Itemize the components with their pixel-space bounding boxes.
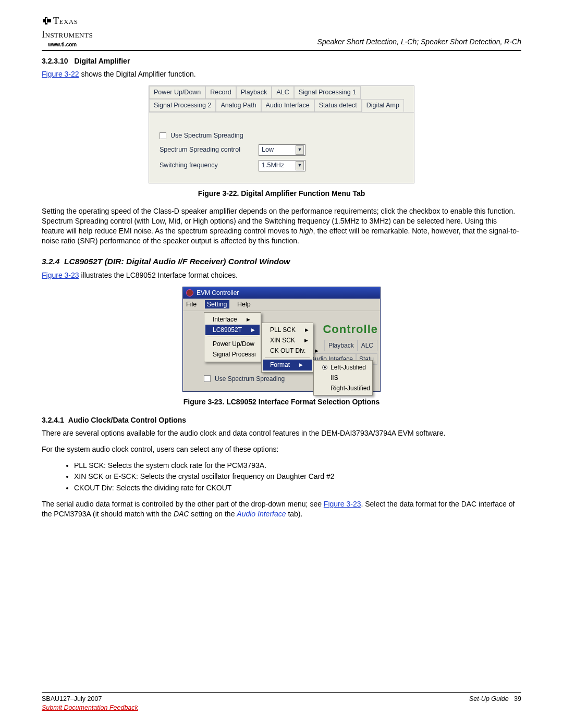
link-figure-3-23-b[interactable]: Figure 3-23 [324, 500, 361, 508]
tab-digital-amp[interactable]: Digital Amp [362, 99, 404, 112]
tab-record[interactable]: Record [205, 86, 236, 99]
guide-title: Set-Up Guide [469, 695, 509, 702]
list-item: CKOUT Div: Selects the dividing rate for… [74, 483, 521, 493]
window-titlebar[interactable]: EVM Controller [183, 287, 380, 299]
app-icon [186, 289, 193, 297]
submenu-format[interactable]: Format [263, 360, 312, 370]
section-3-2-4-heading: 3.2.4 LC89052T (DIR: Digital Audio I/F R… [42, 256, 521, 267]
para-after-fig22: Setting the operating speed of the Class… [42, 206, 521, 246]
tab-power[interactable]: Power Up/Down [149, 86, 205, 99]
ti-logo: Texas Instruments www.ti.com [42, 15, 93, 48]
format-iis[interactable]: IIS [315, 373, 371, 383]
logo-url[interactable]: www.ti.com [48, 41, 77, 48]
link-figure-3-23[interactable]: Figure 3-23 [42, 271, 79, 279]
para-3241-a: There are several options available for … [42, 428, 521, 438]
intro-fig22: Figure 3-22 shows the Digital Amplifier … [42, 69, 521, 79]
page-number: 39 [514, 695, 521, 702]
logo-line2: Instruments [42, 29, 93, 40]
svg-rect-0 [46, 18, 47, 23]
tab-row-2: Signal Processing 2 Analog Path Audio In… [149, 99, 414, 112]
spectrum-spreading-label: Use Spectrum Spreading [170, 131, 243, 140]
figure-3-22: Power Up/Down Record Playback ALC Signal… [149, 85, 414, 183]
link-figure-3-22[interactable]: Figure 3-22 [42, 70, 79, 78]
bg-item-power: Power Up/Dow [205, 339, 260, 349]
page-footer: SBAU127–July 2007 Submit Documentation F… [42, 695, 521, 712]
bg-item-sigproc: Signal Processi [205, 349, 260, 360]
section-3-2-3-10-heading: 3.2.3.10 Digital Amplifier [42, 56, 521, 66]
switching-freq-select[interactable]: 1.5MHz ▼ [259, 160, 305, 171]
window-title: EVM Controller [197, 289, 239, 297]
format-left-justified[interactable]: Left-Justified [315, 362, 371, 373]
tab-status[interactable]: Status detect [314, 99, 362, 112]
tab-playback[interactable]: Playback [236, 86, 272, 99]
clock-options-list: PLL SCK: Selects the system clock rate f… [74, 461, 521, 493]
spectrum-spreading-checkbox[interactable] [160, 132, 166, 139]
para-3241-c: The serial audio data format is controll… [42, 499, 521, 519]
menu-item-lc89052t[interactable]: LC89052T [205, 325, 260, 335]
bg-logo-text: Controlle [323, 322, 378, 337]
tab-alc[interactable]: ALC [272, 86, 293, 99]
doc-date: July 2007 [74, 695, 102, 702]
tab-sp1[interactable]: Signal Processing 1 [294, 86, 361, 99]
logo-line1: Texas [53, 16, 78, 26]
tab-analog[interactable]: Analog Path [216, 99, 261, 112]
header-section-path: Speaker Short Detection, L-Ch; Speaker S… [317, 37, 521, 47]
list-item: XIN SCK or E-SCK: Selects the crystal os… [74, 472, 521, 482]
link-audio-interface[interactable]: Audio Interface [237, 510, 286, 518]
format-submenu: Left-Justified IIS Right-Justified [313, 360, 373, 396]
submenu-xin-sck[interactable]: XIN SCK [263, 335, 312, 346]
switching-freq-label: Switching frequency [160, 161, 259, 170]
bg-tabs-row1: PlaybackALC [325, 340, 377, 351]
intro-fig23: Figure 3-23 illustrates the LC89052 Inte… [42, 270, 521, 280]
setting-dropdown: Interface LC89052T Power Up/Dow Signal P… [204, 312, 261, 362]
ti-chip-icon [42, 16, 52, 28]
section-3-2-4-1-heading: 3.2.4.1Audio Clock/Data Control Options [42, 415, 521, 425]
tab-audio-if[interactable]: Audio Interface [261, 99, 314, 112]
format-right-justified[interactable]: Right-Justified [315, 383, 371, 393]
para-3241-b: For the system audio clock control, user… [42, 445, 521, 454]
footer-rule [42, 692, 521, 693]
submenu-pll-sck[interactable]: PLL SCK [263, 325, 312, 335]
menubar: File Setting Help [183, 299, 380, 311]
menu-setting[interactable]: Setting [205, 300, 229, 309]
menu-help[interactable]: Help [237, 301, 251, 308]
spreading-control-select[interactable]: Low ▼ [259, 144, 305, 156]
link-submit-feedback[interactable]: Submit Documentation Feedback [42, 704, 138, 711]
header-rule [42, 50, 521, 51]
bg-spectrum-checkbox[interactable] [204, 375, 211, 382]
page-header: Texas Instruments www.ti.com Speaker Sho… [42, 15, 521, 48]
figure-3-23: EVM Controller File Setting Help Control… [182, 287, 381, 392]
menu-file[interactable]: File [186, 301, 197, 308]
lc89052t-submenu: PLL SCK XIN SCK CK OUT Div. Format [261, 323, 313, 373]
figure-3-22-caption: Figure 3-22. Digital Amplifier Function … [42, 189, 521, 199]
tab-sp2[interactable]: Signal Processing 2 [149, 99, 216, 112]
spreading-control-label: Spectrum Spreading control [160, 145, 259, 154]
menu-item-interface[interactable]: Interface [205, 314, 260, 325]
list-item: PLL SCK: Selects the system clock rate f… [74, 461, 521, 471]
chevron-down-icon[interactable]: ▼ [296, 145, 304, 155]
chevron-down-icon[interactable]: ▼ [296, 161, 304, 170]
tab-row-1: Power Up/Down Record Playback ALC Signal… [149, 86, 414, 99]
doc-id: SBAU127 [42, 695, 70, 702]
submenu-ckout-div[interactable]: CK OUT Div. [263, 346, 312, 356]
figure-3-23-caption: Figure 3-23. LC89052 Interface Format Se… [42, 397, 521, 407]
